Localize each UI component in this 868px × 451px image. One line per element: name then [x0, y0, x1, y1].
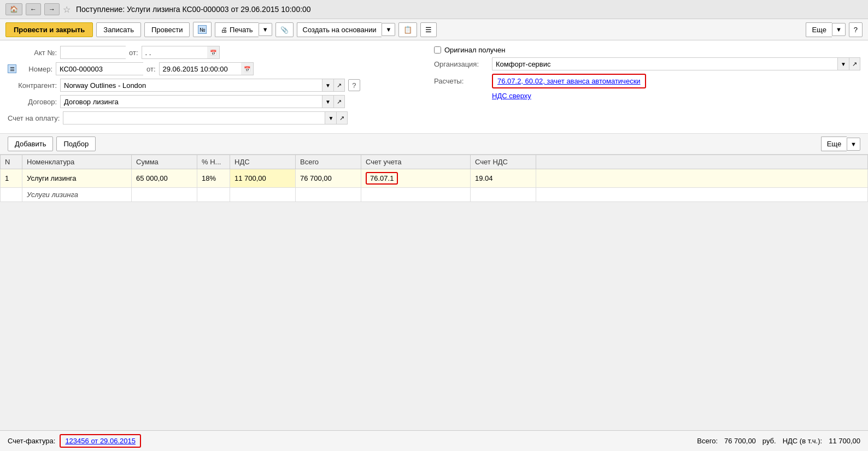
more-button[interactable]: Еще	[806, 22, 831, 37]
dogovor-ext-button[interactable]: ↗	[334, 95, 345, 108]
raschetiy-link[interactable]: 76.07.2, 60.02, зачет аванса автоматичес…	[497, 77, 641, 85]
cell-schet-nds[interactable]: 19.04	[471, 169, 536, 188]
create-basis-dropdown: Создать на основании ▼	[297, 22, 396, 37]
organizaciya-input[interactable]	[492, 57, 838, 70]
cell-nomenklatura[interactable]: Услуги лизинга	[22, 169, 132, 188]
back-button[interactable]: ←	[26, 3, 41, 15]
print-label: Печать	[230, 26, 253, 34]
print-dropdown: Печать ▼	[215, 22, 272, 37]
akt-row: Акт №: от: 📅	[8, 46, 423, 59]
add-button[interactable]: Добавить	[8, 137, 53, 151]
print-arrow-button[interactable]: ▼	[259, 23, 272, 36]
col-nds: НДС	[230, 155, 296, 169]
col-schet-nds: Счет НДС	[471, 155, 536, 169]
dogovor-dropdown-button[interactable]: ▼	[322, 95, 334, 108]
nomer-date-field: 📅	[159, 62, 254, 75]
kontragent-ext-button[interactable]: ↗	[334, 79, 345, 92]
sub-extra	[536, 188, 868, 202]
forward-button[interactable]: →	[44, 3, 60, 15]
schet-oplatu-dropdown-button[interactable]: ▼	[325, 111, 337, 124]
more-dropdown: Еще ▼	[806, 22, 845, 37]
akt-date-field: 📅	[142, 46, 220, 59]
table-body: 1 Услуги лизинга 65 000,00 18% 11 700,00…	[1, 169, 868, 202]
form-area: Акт №: от: 📅 ☰ Номер:	[0, 40, 868, 134]
kontragent-help-button[interactable]: ?	[348, 79, 360, 91]
table-header: N Номенклатура Сумма % Н... НДС Всего Сч…	[1, 155, 868, 169]
more-arrow-button[interactable]: ▼	[832, 23, 846, 36]
organizaciya-row: Организация: ▼ ↗	[434, 57, 860, 70]
nomer-date-input[interactable]	[159, 62, 241, 75]
col-nomenklatura: Номенклатура	[22, 155, 132, 169]
cell-nds-percent[interactable]: 18%	[197, 169, 230, 188]
save-button[interactable]: Записать	[96, 22, 141, 37]
kontragent-row: Контрагент: ▼ ↗ ?	[8, 79, 423, 92]
kontragent-dropdown-button[interactable]: ▼	[322, 79, 334, 92]
dogovor-row: Договор: ▼ ↗	[8, 95, 423, 108]
post-and-close-button[interactable]: Провести и закрыть	[5, 22, 93, 37]
nds-sverhu-link[interactable]: НДС сверху	[492, 92, 531, 100]
table-more-arrow-button[interactable]: ▼	[847, 138, 860, 151]
nomer-field	[56, 62, 143, 75]
printer-icon	[221, 26, 227, 34]
help-button[interactable]: ?	[849, 22, 863, 37]
organizaciya-dropdown-button[interactable]: ▼	[838, 57, 849, 70]
schet-oplatu-field: ▼ ↗	[63, 111, 348, 124]
sub-schet-ucheta	[361, 188, 471, 202]
list-button[interactable]: ☰	[420, 22, 437, 37]
post-button[interactable]: Провести	[144, 22, 190, 37]
title-bar: 🏠 ← → ☆ Поступление: Услуги лизинга КС00…	[0, 0, 868, 19]
nomer-input[interactable]	[56, 62, 143, 75]
col-nds-percent: % Н...	[197, 155, 230, 169]
cell-n: 1	[1, 169, 22, 188]
schet-oplatu-row: Счет на оплату: ▼ ↗	[8, 111, 423, 124]
raschetiy-row: Расчеты: 76.07.2, 60.02, зачет аванса ав…	[434, 74, 860, 88]
organizaciya-ext-button[interactable]: ↗	[849, 57, 860, 70]
create-basis-button[interactable]: Создать на основании	[297, 22, 382, 37]
nomer-label: Номер:	[20, 65, 52, 73]
col-vsego: Всего	[296, 155, 361, 169]
print-button[interactable]: Печать	[215, 22, 258, 37]
akt-input[interactable]	[60, 46, 126, 59]
organizaciya-field: ▼ ↗	[492, 57, 860, 70]
sub-summa	[132, 188, 197, 202]
schet-oplatu-input[interactable]	[63, 111, 325, 124]
pick-button[interactable]: Подбор	[56, 137, 96, 151]
create-basis-arrow-button[interactable]: ▼	[382, 23, 395, 36]
clip-button[interactable]	[275, 22, 294, 37]
nds-sverhu-row: НДС сверху	[434, 92, 860, 100]
table-more-button[interactable]: Еще	[821, 137, 847, 151]
page-title: Поступление: Услуги лизинга КС00-000003 …	[76, 5, 311, 14]
akt-field	[60, 46, 126, 59]
favorite-icon[interactable]: ☆	[63, 4, 71, 15]
original-checkbox[interactable]	[434, 46, 441, 54]
account-cell-box: 76.07.1	[366, 172, 398, 185]
table-row: 1 Услуги лизинга 65 000,00 18% 11 700,00…	[1, 169, 868, 188]
col-n: N	[1, 155, 22, 169]
sub-schet-nds	[471, 188, 536, 202]
cell-extra	[536, 169, 868, 188]
table-area: N Номенклатура Сумма % Н... НДС Всего Сч…	[0, 155, 868, 202]
kontragent-field: ▼ ↗	[60, 79, 345, 92]
cell-vsego[interactable]: 76 700,00	[296, 169, 361, 188]
nomer-date-calendar-button[interactable]: 📅	[241, 62, 254, 75]
akt-date-calendar-button[interactable]: 📅	[207, 46, 220, 59]
table-more-dropdown: Еще ▼	[821, 137, 860, 151]
num-icon-button[interactable]: №	[193, 22, 212, 37]
schet-oplatu-ext-button[interactable]: ↗	[337, 111, 348, 124]
akt-from-label: от:	[129, 49, 138, 57]
col-extra	[536, 155, 868, 169]
dogovor-label: Договор:	[8, 98, 57, 106]
home-button[interactable]: 🏠	[5, 3, 22, 15]
akt-label: Акт №:	[8, 49, 57, 57]
akt-date-input[interactable]	[142, 46, 207, 59]
cell-summa[interactable]: 65 000,00	[132, 169, 197, 188]
clip-icon	[280, 26, 289, 34]
sub-nomenklatura: Услуги лизинга	[22, 188, 132, 202]
original-label: Оригинал получен	[444, 46, 505, 54]
dogovor-input[interactable]	[60, 95, 322, 108]
cell-nds[interactable]: 11 700,00	[230, 169, 296, 188]
copy-button[interactable]: 📋	[398, 22, 417, 37]
cell-schet-ucheta[interactable]: 76.07.1	[361, 169, 471, 188]
sub-n	[1, 188, 22, 202]
kontragent-input[interactable]	[60, 79, 322, 92]
